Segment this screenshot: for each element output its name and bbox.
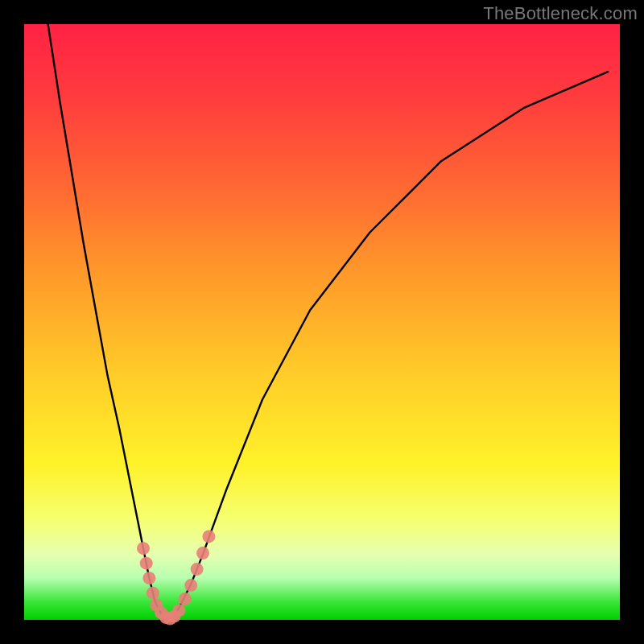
highlight-point: [172, 604, 185, 617]
watermark-text: TheBottleneck.com: [483, 3, 638, 24]
highlight-point: [191, 563, 204, 576]
plot-area: [24, 24, 620, 620]
highlight-point: [142, 572, 155, 584]
curve-bottleneck-curve: [48, 24, 609, 620]
highlight-point: [196, 547, 209, 559]
highlight-point: [140, 557, 153, 570]
chart-frame: TheBottleneck.com: [0, 0, 644, 644]
highlight-point: [202, 530, 215, 543]
chart-svg: [24, 24, 620, 620]
highlight-point: [147, 587, 159, 600]
highlight-point: [179, 592, 192, 605]
highlight-point: [137, 542, 150, 555]
highlight-point: [184, 579, 197, 592]
